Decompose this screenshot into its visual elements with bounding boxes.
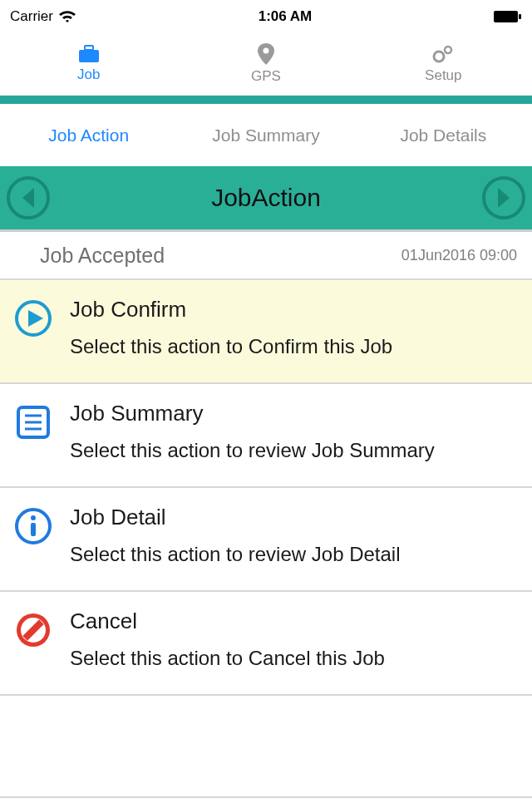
play-circle-icon [13,298,53,338]
tab-setup[interactable]: Setup [355,44,532,84]
action-detail[interactable]: Job Detail Select this action to review … [0,488,532,592]
tab-job[interactable]: Job [0,45,177,83]
empty-area [0,696,532,796]
action-confirm-title: Job Confirm [70,297,519,323]
battery-icon [494,10,522,23]
action-confirm[interactable]: Job Confirm Select this action to Confir… [0,280,532,384]
ios-status-bar: Carrier 1:06 AM [0,0,532,33]
list-icon [13,402,53,442]
divider-strip [0,96,532,104]
info-circle-icon [13,506,53,546]
no-entry-icon [13,610,53,650]
tab-job-label: Job [77,66,100,83]
subtab-job-action[interactable]: Job Action [0,126,177,145]
svg-rect-2 [79,50,99,62]
action-cancel[interactable]: Cancel Select this action to Cancel this… [0,592,532,696]
subtab-job-summary[interactable]: Job Summary [177,126,354,145]
tab-gps-label: GPS [251,68,281,85]
secondary-tab-bar: Job Action Job Summary Job Details [0,104,532,166]
svg-point-6 [445,47,451,53]
action-summary-title: Job Summary [70,401,519,426]
action-cancel-desc: Select this action to Cancel this Job [70,646,519,671]
action-summary[interactable]: Job Summary Select this action to review… [0,384,532,488]
action-confirm-desc: Select this action to Confirm this Job [70,334,519,359]
svg-rect-3 [85,46,93,50]
wifi-icon [58,9,76,24]
svg-point-5 [434,52,444,62]
svg-point-4 [263,48,268,54]
action-list: Job Confirm Select this action to Confir… [0,280,532,696]
section-header-bar: JobAction [0,166,532,229]
action-summary-desc: Select this action to review Job Summary [70,438,519,463]
job-status-row: Job Accepted 01Jun2016 09:00 [0,232,532,280]
job-status-timestamp: 01Jun2016 09:00 [401,247,517,264]
subtab-job-details[interactable]: Job Details [355,126,532,145]
svg-point-13 [31,515,36,520]
briefcase-icon [78,45,100,63]
prev-button[interactable] [7,176,50,219]
carrier-label: Carrier [10,8,53,25]
clock-label: 1:06 AM [259,8,313,25]
svg-rect-0 [494,11,518,22]
gears-icon [431,44,455,64]
action-detail-title: Job Detail [70,505,519,530]
svg-rect-1 [519,14,521,19]
svg-rect-14 [31,523,36,536]
map-pin-icon [258,43,274,65]
action-cancel-title: Cancel [70,608,519,634]
action-detail-desc: Select this action to review Job Detail [70,542,519,567]
tab-gps[interactable]: GPS [177,43,354,85]
next-button[interactable] [482,176,525,219]
primary-tab-bar: Job GPS Setup [0,33,532,96]
job-status-label: Job Accepted [40,244,165,268]
section-title: JobAction [50,184,482,212]
tab-setup-label: Setup [425,67,461,84]
